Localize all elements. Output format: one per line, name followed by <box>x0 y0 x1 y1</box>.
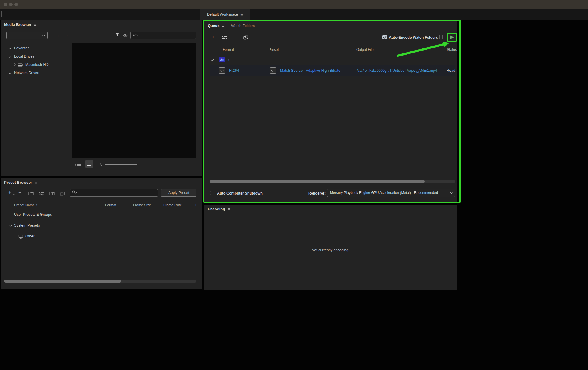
tree-item-favorites[interactable]: Favorites <box>1 44 71 52</box>
column-preset-name[interactable]: Preset Name <box>14 203 35 207</box>
chevron-down-icon <box>450 191 453 194</box>
list-item-user-presets[interactable]: User Presets & Groups <box>1 210 202 220</box>
thumbnail-size-slider-knob[interactable] <box>100 163 103 166</box>
tab-queue-label: Queue <box>208 24 219 28</box>
workspace-bar: Default Workspace ≡ <box>0 9 588 20</box>
media-search-input[interactable] <box>130 32 196 39</box>
chevron-down-icon[interactable] <box>9 55 11 58</box>
thumbnail-view-icon <box>87 163 91 166</box>
job-preset-link[interactable]: Match Source - Adaptive High Bitrate <box>280 68 340 73</box>
media-browser-title: Media Browser <box>4 22 31 27</box>
create-group-icon[interactable] <box>28 191 34 197</box>
tab-watch-folders[interactable]: Watch Folders <box>231 24 255 28</box>
queue-scrollbar-thumb[interactable] <box>210 180 425 183</box>
column-frame-rate[interactable]: Frame Rate <box>163 203 182 207</box>
duplicate-icon[interactable] <box>243 35 248 41</box>
workspace-tab[interactable]: Default Workspace ≡ <box>200 9 250 20</box>
encoding-panel: Encoding ≡ Not currently encoding. <box>204 205 457 290</box>
tree-item-macintosh-hd[interactable]: Macintosh HD <box>1 61 71 69</box>
column-preset[interactable]: Preset <box>269 48 279 52</box>
chevron-right-icon[interactable] <box>13 63 16 66</box>
add-output-icon[interactable] <box>222 36 227 41</box>
column-output-file[interactable]: Output File <box>356 48 374 52</box>
tree-item-label: Local Drives <box>14 54 34 58</box>
group-count: 1 <box>228 58 230 62</box>
encoding-title: Encoding <box>208 207 225 211</box>
tab-queue[interactable]: Queue ≡ <box>208 22 224 29</box>
media-source-dropdown[interactable] <box>6 32 48 39</box>
queue-panel-menu-icon[interactable]: ≡ <box>222 24 224 28</box>
media-browser-menu-icon[interactable]: ≡ <box>34 22 36 27</box>
apply-preset-button[interactable]: Apply Preset <box>161 189 196 197</box>
queue-panel: Queue ≡ Watch Folders + − Auto-Encode Wa… <box>204 20 457 203</box>
tree-item-label: Favorites <box>14 46 29 50</box>
column-frame-size[interactable]: Frame Size <box>133 203 151 207</box>
tree-item-network-drives[interactable]: Network Drives <box>1 69 71 77</box>
auto-encode-checkbox[interactable] <box>382 35 387 39</box>
queue-scrollbar-track[interactable] <box>210 180 455 183</box>
encoding-status-message: Not currently encoding. <box>204 248 457 252</box>
delete-preset-button[interactable]: − <box>18 190 21 195</box>
preview-eye-icon[interactable] <box>123 33 128 38</box>
sort-ascending-icon[interactable]: ↑ <box>36 203 38 207</box>
renderer-label: Renderer: <box>308 191 326 195</box>
chevron-down-icon[interactable] <box>211 58 214 61</box>
close-window-button[interactable] <box>4 3 7 6</box>
list-item-other[interactable]: Other <box>1 231 202 242</box>
workspace-menu-icon[interactable]: ≡ <box>240 12 243 16</box>
job-output-file-link[interactable]: /var/fo...kzkc0000gn/T/Untitled Project_… <box>357 68 437 73</box>
apply-preset-label: Apply Preset <box>168 191 189 195</box>
search-icon <box>133 33 138 38</box>
preset-scrollbar-track[interactable] <box>4 280 196 283</box>
pause-queue-button[interactable] <box>439 35 443 39</box>
after-effects-badge: Ae <box>219 57 225 62</box>
create-preset-button[interactable]: + <box>8 190 11 195</box>
minimize-window-button[interactable] <box>9 3 13 6</box>
window-titlebar[interactable] <box>0 0 588 9</box>
zoom-window-button[interactable] <box>14 3 18 6</box>
export-preset-icon[interactable] <box>60 192 65 197</box>
back-button[interactable]: ← <box>56 33 61 38</box>
forward-button[interactable]: → <box>64 33 69 38</box>
column-truncated[interactable]: T <box>195 203 197 207</box>
preset-browser-panel: Preset Browser ≡ + − Apply Preset Preset… <box>1 178 202 289</box>
queue-job-row[interactable]: H.264 Match Source - Adaptive High Bitra… <box>210 65 455 76</box>
preset-browser-menu-icon[interactable]: ≡ <box>35 180 37 185</box>
chevron-down-icon[interactable] <box>9 224 12 227</box>
job-status: Ready <box>447 68 455 73</box>
import-preset-icon[interactable] <box>49 191 55 197</box>
column-format[interactable]: Format <box>223 48 234 52</box>
job-format-link[interactable]: H.264 <box>229 68 239 73</box>
media-preview-area <box>72 43 196 158</box>
start-queue-button[interactable] <box>450 35 454 39</box>
monitor-icon <box>18 235 23 240</box>
panel-grip-icon[interactable] <box>1 11 3 17</box>
list-item-label: System Presets <box>14 223 40 227</box>
preset-settings-icon[interactable] <box>39 192 44 197</box>
chevron-down-icon[interactable] <box>9 47 11 50</box>
renderer-dropdown[interactable]: Mercury Playback Engine GPU Acceleration… <box>327 189 455 197</box>
auto-encode-label: Auto-Encode Watch Folders <box>389 36 438 40</box>
thumbnail-view-button[interactable] <box>85 160 93 168</box>
list-item-label: User Presets & Groups <box>14 212 52 217</box>
list-item-system-presets[interactable]: System Presets <box>1 220 202 231</box>
filter-icon[interactable] <box>115 32 119 38</box>
divider <box>204 54 457 54</box>
preset-search-input[interactable] <box>70 189 158 197</box>
preset-scrollbar-thumb[interactable] <box>4 280 121 283</box>
add-source-button[interactable]: + <box>211 35 215 39</box>
format-dropdown-button[interactable] <box>219 67 225 74</box>
auto-shutdown-label: Auto Computer Shutdown <box>217 191 263 195</box>
chevron-down-icon[interactable] <box>9 71 11 74</box>
encoding-panel-menu-icon[interactable]: ≡ <box>228 207 230 211</box>
tree-item-local-drives[interactable]: Local Drives <box>1 52 71 61</box>
column-format[interactable]: Format <box>105 203 116 207</box>
preset-dropdown-button[interactable] <box>270 67 276 74</box>
auto-shutdown-checkbox[interactable] <box>210 191 214 195</box>
remove-button[interactable]: − <box>233 35 236 39</box>
thumbnail-size-slider-track[interactable] <box>105 164 137 165</box>
hard-drive-icon <box>18 63 23 68</box>
list-view-icon[interactable] <box>75 162 81 168</box>
column-status[interactable]: Status <box>447 48 457 52</box>
workspace-tab-label: Default Workspace <box>207 12 238 16</box>
